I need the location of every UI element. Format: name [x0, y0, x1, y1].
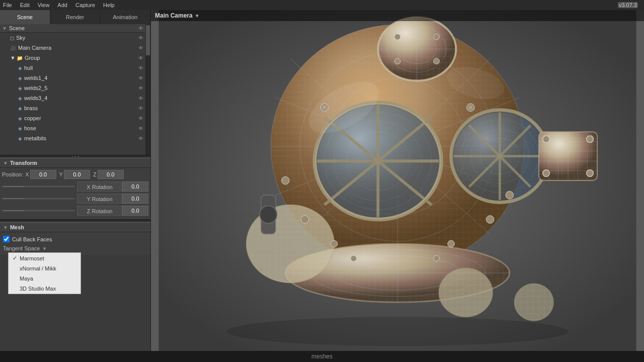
group-collapse-btn[interactable]: ▼ [10, 55, 16, 61]
x-rotation-input[interactable] [122, 182, 148, 192]
pos-z-input[interactable] [98, 170, 124, 179]
dropdown-item-maya[interactable]: Maya [9, 274, 80, 284]
tree-item-sky[interactable]: ◻ Sky 👁 [0, 33, 145, 43]
pos-y-field: Y [59, 170, 90, 179]
svg-point-50 [587, 136, 594, 143]
tree-scrollbar[interactable] [145, 24, 150, 155]
svg-point-63 [281, 176, 289, 184]
transform-section: ▼ Transform Position: X Y Z [0, 158, 150, 219]
dropdown-3dsmax-label: 3D Studio Max [20, 286, 56, 292]
tree-item-brass[interactable]: ◈ brass 👁 [0, 103, 145, 113]
viewport-header: Main Camera ▼ [151, 10, 644, 21]
group-icon: 📁 [17, 55, 23, 61]
z-axis-label: Z [93, 171, 97, 177]
x-rotation-label: X Rotation [77, 182, 122, 192]
group-name: Group [25, 55, 138, 61]
welds34-eye[interactable]: 👁 [138, 96, 143, 101]
transform-collapse[interactable]: ▼ [3, 160, 8, 166]
y-rotation-slider[interactable] [2, 198, 75, 200]
viewport[interactable]: Main Camera ▼ [151, 10, 644, 351]
dropdown-item-3dsmax[interactable]: 3D Studio Max [9, 284, 80, 294]
svg-point-31 [434, 58, 440, 64]
cull-row: Cull Back Faces [2, 234, 148, 244]
menu-capture[interactable]: Capture [74, 2, 96, 8]
y-rotation-input[interactable] [122, 194, 148, 204]
menu-help[interactable]: Help [102, 2, 116, 8]
tree-item-camera[interactable]: 🎥 Main Camera 👁 [0, 43, 145, 53]
mesh-collapse[interactable]: ▼ [3, 225, 8, 230]
scene-tree[interactable]: ▼ Scene 👁 ◻ Sky 👁 🎥 Main Camera 👁 [0, 24, 145, 155]
welds14-name: welds1_4 [24, 75, 138, 81]
welds34-icon: ◈ [18, 96, 22, 101]
z-rotation-input[interactable] [122, 206, 148, 216]
z-rotation-slider[interactable] [2, 210, 75, 212]
tree-item-copper[interactable]: ◈ copper 👁 [0, 113, 145, 123]
svg-point-65 [486, 216, 494, 223]
tree-item-metalbits[interactable]: ◈ metalbits 👁 [0, 133, 145, 143]
z-rotation-label: Z Rotation [77, 206, 122, 216]
camera-dropdown-arrow[interactable]: ▼ [195, 13, 200, 19]
pos-x-input[interactable] [30, 170, 56, 179]
transform-header: ▼ Transform [0, 158, 150, 168]
tree-item-hose[interactable]: ◈ hose 👁 [0, 123, 145, 133]
camera-eye[interactable]: 👁 [138, 45, 143, 51]
tab-scene[interactable]: Scene [0, 10, 50, 24]
menu-file[interactable]: File [2, 2, 13, 8]
tree-scrollbar-thumb[interactable] [146, 25, 150, 55]
tangent-row: Tangent Space ▼ [2, 244, 148, 253]
welds25-icon: ◈ [18, 85, 22, 91]
metalbits-eye[interactable]: 👁 [138, 136, 143, 141]
sky-eye[interactable]: 👁 [138, 35, 143, 41]
dropdown-item-marmoset[interactable]: ✓ Marmoset [9, 253, 80, 263]
svg-point-0 [72, 156, 73, 157]
svg-point-29 [434, 34, 440, 40]
dropdown-item-xnormal[interactable]: xNormal / Mikk [9, 263, 80, 274]
menu-bar: File Edit View Add Capture Help v3.07.3 [0, 0, 644, 10]
tree-item-hull[interactable]: ◈ hull 👁 [0, 63, 145, 73]
z-rotation-row: Z Rotation [2, 205, 148, 216]
brass-eye[interactable]: 👁 [138, 106, 143, 111]
svg-point-70 [434, 255, 440, 261]
version-badge: v3.07.3 [618, 2, 638, 8]
tab-animation[interactable]: Animation [100, 10, 150, 24]
menu-view[interactable]: View [37, 2, 51, 8]
marmoset-check-icon: ✓ [13, 255, 20, 261]
welds25-eye[interactable]: 👁 [138, 85, 143, 91]
svg-point-30 [394, 58, 400, 64]
menu-edit[interactable]: Edit [19, 2, 31, 8]
svg-point-68 [448, 240, 455, 247]
hose-name: hose [24, 125, 138, 131]
dropdown-maya-label: Maya [20, 276, 33, 282]
y-rotation-label: Y Rotation [77, 194, 122, 204]
svg-point-80 [514, 284, 553, 321]
y-rotation-fill [3, 198, 24, 199]
hose-eye[interactable]: 👁 [138, 126, 143, 131]
pos-y-input[interactable] [64, 170, 90, 179]
mesh-title: Mesh [10, 224, 24, 230]
svg-point-66 [506, 191, 513, 199]
svg-point-78 [439, 268, 493, 317]
left-panel: Scene Render Animation ▼ Scene 👁 ◻ Sky 👁 [0, 10, 151, 351]
hull-eye[interactable]: 👁 [138, 65, 143, 71]
group-eye[interactable]: 👁 [138, 55, 143, 61]
x-rotation-slider[interactable] [2, 186, 75, 188]
welds14-eye[interactable]: 👁 [138, 75, 143, 81]
sky-icon: ◻ [10, 35, 14, 41]
copper-eye[interactable]: 👁 [138, 116, 143, 121]
sky-name: Sky [16, 35, 138, 41]
tree-item-welds34[interactable]: ◈ welds3_4 👁 [0, 93, 145, 103]
scene-collapse-btn[interactable]: ▼ [2, 26, 7, 31]
svg-point-76 [260, 206, 277, 223]
pos-z-field: Z [93, 170, 124, 179]
tree-item-group[interactable]: ▼ 📁 Group 👁 [0, 53, 145, 63]
tree-item-welds14[interactable]: ◈ welds1_4 👁 [0, 73, 145, 83]
camera-name: Main Camera [18, 45, 138, 51]
tab-render[interactable]: Render [50, 10, 101, 24]
y-axis-label: Y [59, 171, 63, 177]
cull-checkbox[interactable] [3, 236, 10, 242]
scene-eye-icon[interactable]: 👁 [138, 26, 143, 31]
svg-point-89 [227, 317, 568, 346]
tree-item-welds25[interactable]: ◈ welds2_5 👁 [0, 83, 145, 93]
svg-point-67 [331, 240, 338, 247]
menu-add[interactable]: Add [56, 2, 68, 8]
